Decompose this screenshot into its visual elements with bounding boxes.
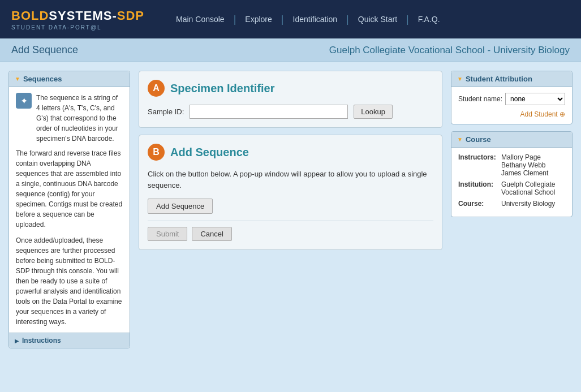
step-icon: ✦ bbox=[16, 93, 32, 109]
course-row: Course: University Biology bbox=[458, 200, 565, 208]
specimen-panel: A Specimen Identifier Sample ID: Lookup bbox=[139, 71, 442, 128]
institution-label: Institution: bbox=[458, 180, 498, 196]
course-triangle-icon: ▼ bbox=[457, 136, 463, 143]
course-panel-header: ▼ Course bbox=[451, 132, 572, 148]
submit-button[interactable]: Submit bbox=[148, 227, 187, 241]
logo-systems: SYSTEMS- bbox=[49, 8, 117, 23]
specimen-header: A Specimen Identifier bbox=[148, 80, 433, 97]
logo-text: BOLDSYSTEMS-SDP bbox=[11, 8, 144, 23]
sample-id-label: Sample ID: bbox=[148, 107, 184, 116]
main-content: ▼ Sequences ✦ The sequence is a string o… bbox=[0, 62, 581, 363]
add-sequence-badge: B bbox=[148, 144, 165, 161]
sequences-panel-body: ✦ The sequence is a string of 4 letters … bbox=[9, 87, 130, 333]
lookup-button[interactable]: Lookup bbox=[354, 105, 393, 119]
student-name-label: Student name: bbox=[458, 95, 502, 103]
logo-area: BOLDSYSTEMS-SDP STUDENT DATA-PORT@L bbox=[11, 8, 144, 31]
main-nav: Main Console | Explore | Identification … bbox=[167, 14, 449, 25]
logo-sdp: SDP bbox=[117, 8, 144, 23]
add-sequence-button-area: Add Sequence bbox=[148, 199, 433, 214]
add-student-area: Add Student ⊕ bbox=[458, 110, 565, 118]
sample-id-input[interactable] bbox=[190, 105, 348, 119]
student-attribution-panel: ▼ Student Attribution Student name: none… bbox=[451, 71, 573, 124]
sequences-panel-header: ▼ Sequences bbox=[9, 71, 130, 87]
instructors-row: Instructors: Mallory Page Bethany Webb J… bbox=[458, 153, 565, 177]
step-text-1: The sequence is a string of 4 letters (A… bbox=[36, 93, 123, 144]
instructions-label: Instructions bbox=[22, 337, 61, 344]
cancel-button[interactable]: Cancel bbox=[192, 227, 231, 241]
nav-faq[interactable]: F.A.Q. bbox=[409, 15, 449, 24]
instructors-list: Mallory Page Bethany Webb James Clement bbox=[501, 153, 548, 177]
course-panel-title: Course bbox=[466, 135, 491, 144]
sample-id-row: Sample ID: Lookup bbox=[148, 105, 433, 119]
instructions-triangle-icon: ▶ bbox=[15, 338, 19, 344]
student-attribution-body: Student name: none Add Student ⊕ bbox=[451, 87, 572, 124]
nav-main-console[interactable]: Main Console bbox=[167, 15, 234, 24]
course-label: Course: bbox=[458, 200, 498, 208]
sidebar: ▼ Sequences ✦ The sequence is a string o… bbox=[8, 71, 130, 354]
sequences-triangle-icon: ▼ bbox=[15, 76, 20, 82]
institution-row: Institution: Guelph Collegiate Vocationa… bbox=[458, 180, 565, 196]
sequence-step-1: ✦ The sequence is a string of 4 letters … bbox=[16, 93, 123, 144]
instructor-3: James Clement bbox=[501, 169, 548, 177]
center-content: A Specimen Identifier Sample ID: Lookup … bbox=[139, 71, 442, 250]
sequences-panel-title: Sequences bbox=[23, 75, 62, 83]
step-text-2: The forward and reverse trace files cont… bbox=[16, 148, 123, 230]
specimen-title: Specimen Identifier bbox=[170, 82, 275, 95]
student-name-select[interactable]: none bbox=[505, 93, 565, 105]
logo-subtitle: STUDENT DATA-PORT@L bbox=[11, 24, 144, 31]
student-attribution-header: ▼ Student Attribution bbox=[451, 71, 572, 87]
right-panel: ▼ Student Attribution Student name: none… bbox=[451, 71, 573, 217]
page-title: Add Sequence bbox=[11, 44, 78, 56]
instructor-2: Bethany Webb bbox=[501, 161, 548, 169]
nav-explore[interactable]: Explore bbox=[236, 15, 281, 24]
add-sequence-header: B Add Sequence bbox=[148, 144, 433, 161]
add-sequence-description: Click on the button below. A pop-up wind… bbox=[148, 169, 433, 191]
course-panel-body: Instructors: Mallory Page Bethany Webb J… bbox=[451, 148, 572, 217]
nav-quick-start[interactable]: Quick Start bbox=[349, 15, 406, 24]
instructor-1: Mallory Page bbox=[501, 153, 548, 161]
header: BOLDSYSTEMS-SDP STUDENT DATA-PORT@L Main… bbox=[0, 0, 581, 38]
student-attribution-title: Student Attribution bbox=[466, 75, 532, 83]
student-attribution-triangle-icon: ▼ bbox=[457, 76, 463, 82]
sequences-panel: ▼ Sequences ✦ The sequence is a string o… bbox=[8, 71, 130, 348]
add-student-label: Add Student bbox=[520, 110, 558, 118]
add-sequence-button[interactable]: Add Sequence bbox=[148, 199, 213, 214]
logo-bold: BOLD bbox=[11, 8, 49, 23]
course-value: University Biology bbox=[501, 200, 555, 208]
sub-header: Add Sequence Guelph Collegiate Vocationa… bbox=[0, 38, 581, 62]
add-student-link[interactable]: Add Student ⊕ bbox=[520, 110, 565, 118]
institution-title: Guelph Collegiate Vocational School - Un… bbox=[329, 45, 570, 56]
add-student-plus-icon: ⊕ bbox=[560, 110, 565, 118]
form-actions: Submit Cancel bbox=[148, 221, 433, 241]
institution-value: Guelph Collegiate Vocational School bbox=[501, 180, 565, 196]
student-name-row: Student name: none bbox=[458, 93, 565, 105]
course-panel: ▼ Course Instructors: Mallory Page Betha… bbox=[451, 131, 573, 217]
instructions-footer[interactable]: ▶ Instructions bbox=[9, 333, 130, 348]
instructors-label: Instructors: bbox=[458, 153, 498, 177]
nav-identification[interactable]: Identification bbox=[284, 15, 347, 24]
step-text-3: Once added/uploaded, these sequences are… bbox=[16, 235, 123, 327]
specimen-badge: A bbox=[148, 80, 165, 97]
add-sequence-title: Add Sequence bbox=[170, 146, 249, 159]
add-sequence-panel: B Add Sequence Click on the button below… bbox=[139, 135, 442, 250]
